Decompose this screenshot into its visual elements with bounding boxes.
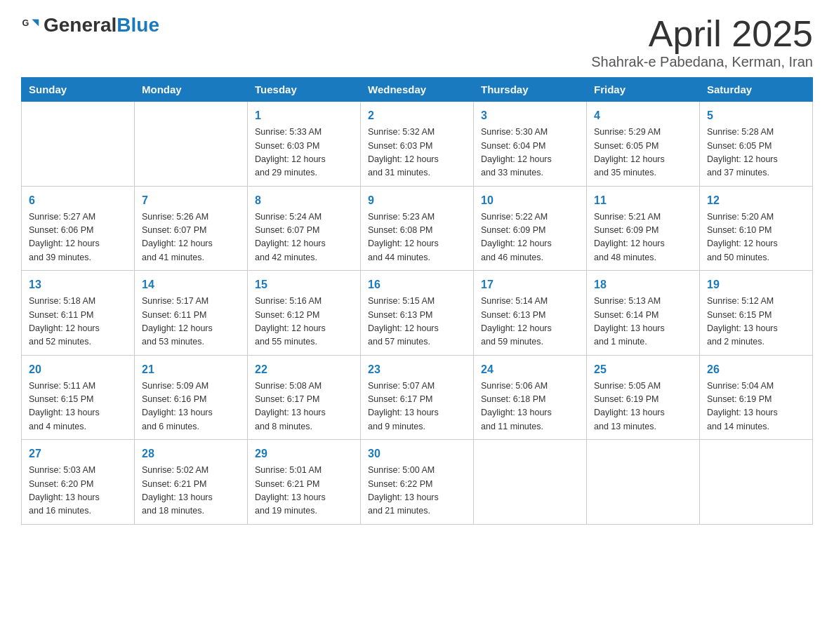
calendar-row-2: 6Sunrise: 5:27 AMSunset: 6:06 PMDaylight… [22,186,813,271]
weekday-header-tuesday: Tuesday [248,78,361,102]
day-number: 24 [481,361,579,378]
weekday-header-saturday: Saturday [700,78,813,102]
calendar-cell: 27Sunrise: 5:03 AMSunset: 6:20 PMDayligh… [22,440,135,525]
day-number: 22 [255,361,353,378]
calendar-cell: 26Sunrise: 5:04 AMSunset: 6:19 PMDayligh… [700,355,813,440]
calendar-cell: 17Sunrise: 5:14 AMSunset: 6:13 PMDayligh… [474,271,587,356]
calendar-cell [22,102,135,187]
calendar-row-4: 20Sunrise: 5:11 AMSunset: 6:15 PMDayligh… [22,355,813,440]
logo: G GeneralBlue [21,14,159,36]
day-detail: Sunrise: 5:14 AMSunset: 6:13 PMDaylight:… [481,295,579,349]
calendar-cell: 19Sunrise: 5:12 AMSunset: 6:15 PMDayligh… [700,271,813,356]
day-number: 26 [707,361,805,378]
day-number: 9 [368,192,466,209]
day-detail: Sunrise: 5:05 AMSunset: 6:19 PMDaylight:… [594,380,692,434]
calendar-row-3: 13Sunrise: 5:18 AMSunset: 6:11 PMDayligh… [22,271,813,356]
weekday-header-sunday: Sunday [22,78,135,102]
calendar-cell: 11Sunrise: 5:21 AMSunset: 6:09 PMDayligh… [587,186,700,271]
day-number: 30 [368,445,466,462]
calendar-cell [135,102,248,187]
month-title: April 2025 [591,14,813,54]
calendar-cell [700,440,813,525]
calendar-cell: 7Sunrise: 5:26 AMSunset: 6:07 PMDaylight… [135,186,248,271]
day-detail: Sunrise: 5:16 AMSunset: 6:12 PMDaylight:… [255,295,353,349]
calendar-cell: 20Sunrise: 5:11 AMSunset: 6:15 PMDayligh… [22,355,135,440]
day-detail: Sunrise: 5:29 AMSunset: 6:05 PMDaylight:… [594,126,692,180]
day-detail: Sunrise: 5:09 AMSunset: 6:16 PMDaylight:… [142,380,240,434]
day-number: 11 [594,192,692,209]
page-header: G GeneralBlue April 2025 Shahrak-e Pabed… [21,14,813,70]
day-number: 3 [481,107,579,124]
day-number: 4 [594,107,692,124]
day-number: 18 [594,276,692,293]
day-number: 28 [142,445,240,462]
svg-text:G: G [22,18,29,28]
day-number: 2 [368,107,466,124]
day-detail: Sunrise: 5:08 AMSunset: 6:17 PMDaylight:… [255,380,353,434]
day-number: 23 [368,361,466,378]
calendar-cell: 8Sunrise: 5:24 AMSunset: 6:07 PMDaylight… [248,186,361,271]
day-number: 25 [594,361,692,378]
svg-marker-1 [32,20,39,27]
day-detail: Sunrise: 5:01 AMSunset: 6:21 PMDaylight:… [255,464,353,518]
day-detail: Sunrise: 5:30 AMSunset: 6:04 PMDaylight:… [481,126,579,180]
day-detail: Sunrise: 5:15 AMSunset: 6:13 PMDaylight:… [368,295,466,349]
day-number: 6 [29,192,127,209]
day-number: 12 [707,192,805,209]
weekday-header-row: SundayMondayTuesdayWednesdayThursdayFrid… [22,78,813,102]
day-number: 29 [255,445,353,462]
calendar-body: 1Sunrise: 5:33 AMSunset: 6:03 PMDaylight… [22,102,813,525]
day-detail: Sunrise: 5:22 AMSunset: 6:09 PMDaylight:… [481,210,579,265]
day-number: 13 [29,276,127,293]
calendar-cell: 21Sunrise: 5:09 AMSunset: 6:16 PMDayligh… [135,355,248,440]
day-detail: Sunrise: 5:07 AMSunset: 6:17 PMDaylight:… [368,380,466,434]
day-number: 10 [481,192,579,209]
weekday-header-friday: Friday [587,78,700,102]
day-detail: Sunrise: 5:24 AMSunset: 6:07 PMDaylight:… [255,210,353,265]
calendar-cell: 14Sunrise: 5:17 AMSunset: 6:11 PMDayligh… [135,271,248,356]
calendar-cell: 9Sunrise: 5:23 AMSunset: 6:08 PMDaylight… [361,186,474,271]
day-detail: Sunrise: 5:28 AMSunset: 6:05 PMDaylight:… [707,126,805,180]
day-number: 5 [707,107,805,124]
day-number: 8 [255,192,353,209]
calendar-cell: 30Sunrise: 5:00 AMSunset: 6:22 PMDayligh… [361,440,474,525]
day-detail: Sunrise: 5:12 AMSunset: 6:15 PMDaylight:… [707,295,805,349]
calendar-cell: 2Sunrise: 5:32 AMSunset: 6:03 PMDaylight… [361,102,474,187]
calendar-cell: 22Sunrise: 5:08 AMSunset: 6:17 PMDayligh… [248,355,361,440]
day-detail: Sunrise: 5:33 AMSunset: 6:03 PMDaylight:… [255,126,353,180]
calendar-cell: 23Sunrise: 5:07 AMSunset: 6:17 PMDayligh… [361,355,474,440]
day-detail: Sunrise: 5:04 AMSunset: 6:19 PMDaylight:… [707,380,805,434]
title-area: April 2025 Shahrak-e Pabedana, Kerman, I… [591,14,813,70]
calendar-cell: 18Sunrise: 5:13 AMSunset: 6:14 PMDayligh… [587,271,700,356]
weekday-header-wednesday: Wednesday [361,78,474,102]
day-number: 1 [255,107,353,124]
weekday-header-monday: Monday [135,78,248,102]
day-number: 20 [29,361,127,378]
day-detail: Sunrise: 5:18 AMSunset: 6:11 PMDaylight:… [29,295,127,349]
logo-text-blue: Blue [117,14,159,36]
day-detail: Sunrise: 5:27 AMSunset: 6:06 PMDaylight:… [29,210,127,265]
logo-icon: G [21,15,41,35]
calendar-cell: 25Sunrise: 5:05 AMSunset: 6:19 PMDayligh… [587,355,700,440]
day-detail: Sunrise: 5:17 AMSunset: 6:11 PMDaylight:… [142,295,240,349]
day-detail: Sunrise: 5:06 AMSunset: 6:18 PMDaylight:… [481,380,579,434]
day-number: 14 [142,276,240,293]
day-number: 19 [707,276,805,293]
calendar-cell: 6Sunrise: 5:27 AMSunset: 6:06 PMDaylight… [22,186,135,271]
calendar-cell: 5Sunrise: 5:28 AMSunset: 6:05 PMDaylight… [700,102,813,187]
calendar-cell: 28Sunrise: 5:02 AMSunset: 6:21 PMDayligh… [135,440,248,525]
calendar-cell [587,440,700,525]
day-number: 7 [142,192,240,209]
location-subtitle: Shahrak-e Pabedana, Kerman, Iran [591,54,813,70]
day-number: 27 [29,445,127,462]
day-detail: Sunrise: 5:02 AMSunset: 6:21 PMDaylight:… [142,464,240,518]
calendar-cell: 3Sunrise: 5:30 AMSunset: 6:04 PMDaylight… [474,102,587,187]
day-detail: Sunrise: 5:32 AMSunset: 6:03 PMDaylight:… [368,126,466,180]
day-detail: Sunrise: 5:11 AMSunset: 6:15 PMDaylight:… [29,380,127,434]
calendar-table: SundayMondayTuesdayWednesdayThursdayFrid… [21,77,813,525]
calendar-cell: 12Sunrise: 5:20 AMSunset: 6:10 PMDayligh… [700,186,813,271]
calendar-cell: 10Sunrise: 5:22 AMSunset: 6:09 PMDayligh… [474,186,587,271]
calendar-cell: 24Sunrise: 5:06 AMSunset: 6:18 PMDayligh… [474,355,587,440]
day-detail: Sunrise: 5:26 AMSunset: 6:07 PMDaylight:… [142,210,240,265]
calendar-cell: 29Sunrise: 5:01 AMSunset: 6:21 PMDayligh… [248,440,361,525]
